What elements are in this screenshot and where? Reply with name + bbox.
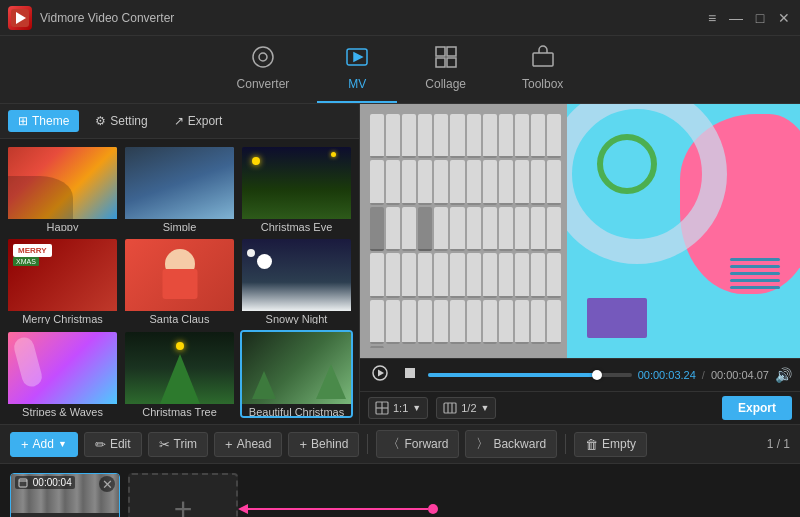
theme-simple-label: Simple [125, 219, 234, 233]
add-clip-button[interactable]: + [128, 473, 238, 517]
theme-santa-claus-thumb [125, 239, 234, 311]
toolbar-separator [367, 434, 368, 454]
svg-rect-8 [436, 58, 445, 67]
backward-icon: 〉 [476, 435, 489, 453]
add-button[interactable]: + Add ▼ [10, 432, 78, 457]
svg-rect-17 [444, 403, 456, 413]
svg-point-2 [253, 47, 273, 67]
progress-bar[interactable] [428, 373, 632, 377]
toolbar: + Add ▼ ✏ Edit ✂ Trim + Ahead + Behind 〈… [0, 424, 800, 464]
stop-button[interactable] [398, 363, 422, 387]
theme-merry-christmas-label: Merry Christmas [8, 311, 117, 325]
theme-merry-christmas[interactable]: MERRY XMAS Merry Christmas [6, 237, 119, 325]
edit-icon: ✏ [95, 437, 106, 452]
export-button[interactable]: Export [722, 396, 792, 420]
theme-christmas-eve-thumb [242, 147, 351, 219]
theme-stripes-waves-label: Stripes & Waves [8, 404, 117, 418]
behind-button[interactable]: + Behind [288, 432, 359, 457]
theme-christmas-tree-label: Christmas Tree [125, 404, 234, 418]
svg-marker-5 [354, 53, 362, 61]
theme-happy-label: Happy [8, 219, 117, 233]
tab-collage[interactable]: Collage [397, 37, 494, 103]
forward-button[interactable]: 〈 Forward [376, 430, 459, 458]
preview-keyboard-side [360, 104, 571, 358]
svg-rect-10 [533, 53, 553, 66]
time-separator: / [702, 369, 705, 381]
add-icon: + [21, 437, 29, 452]
left-panel: ⊞ Theme ⚙ Setting ↗ Export Happy [0, 104, 360, 424]
controls-bar: 00:00:03.24 / 00:00:04.07 🔊 [360, 358, 800, 391]
forward-icon: 〈 [387, 435, 400, 453]
aspect-ratio-select[interactable]: 1:1 ▼ [368, 397, 428, 419]
minimize-button[interactable]: — [728, 10, 744, 26]
theme-christmas-eve[interactable]: Christmas Eve [240, 145, 353, 233]
tab-toolbox[interactable]: Toolbox [494, 37, 591, 103]
timeline: 00:00:04 ✕ ▶ 🔊 ✂ ⚙ + [0, 464, 800, 517]
theme-christmas-tree[interactable]: Christmas Tree [123, 330, 236, 418]
resolution-select[interactable]: 1/2 ▼ [436, 397, 496, 419]
tab-collage-label: Collage [425, 77, 466, 91]
clip-close-button[interactable]: ✕ [99, 476, 115, 492]
page-count: 1 / 1 [767, 437, 790, 451]
tab-mv[interactable]: MV [317, 37, 397, 103]
empty-label: Empty [602, 437, 636, 451]
app-title: Vidmore Video Converter [40, 11, 704, 25]
ahead-icon: + [225, 437, 233, 452]
tab-converter-label: Converter [237, 77, 290, 91]
theme-grid: Happy Simple Christmas Eve [0, 139, 359, 424]
maximize-button[interactable]: □ [752, 10, 768, 26]
theme-stripes-waves-thumb [8, 332, 117, 404]
preview-area [360, 104, 800, 358]
volume-icon[interactable]: 🔊 [775, 367, 792, 383]
resolution-icon [443, 401, 457, 415]
svg-marker-12 [378, 370, 384, 377]
aspect-ratio-icon [375, 401, 389, 415]
theme-stripes-waves[interactable]: Stripes & Waves [6, 330, 119, 418]
clip-time-value: 00:00:04 [33, 477, 72, 488]
time-display: 00:00:03.24 [638, 369, 696, 381]
theme-santa-claus[interactable]: Santa Claus [123, 237, 236, 325]
timeline-clip-1[interactable]: 00:00:04 ✕ ▶ 🔊 ✂ ⚙ [10, 473, 120, 517]
aspect-ratio-value: 1:1 [393, 402, 408, 414]
close-button[interactable]: ✕ [776, 10, 792, 26]
theme-snowy-night[interactable]: Snowy Night [240, 237, 353, 325]
app-logo [8, 6, 32, 30]
preview-colorful-side [567, 104, 800, 358]
ahead-button[interactable]: + Ahead [214, 432, 282, 457]
time-total: 00:00:04.07 [711, 369, 769, 381]
theme-beautiful-christmas-label: Beautiful Christmas [242, 404, 351, 418]
converter-icon [251, 45, 275, 75]
svg-rect-20 [19, 479, 27, 487]
tab-converter[interactable]: Converter [209, 37, 318, 103]
tab-toolbox-label: Toolbox [522, 77, 563, 91]
pink-arrow-svg [238, 499, 438, 517]
theme-happy[interactable]: Happy [6, 145, 119, 233]
svg-marker-23 [238, 504, 248, 514]
add-dropdown-icon: ▼ [58, 439, 67, 449]
play-button[interactable] [368, 363, 392, 387]
menu-button[interactable]: ≡ [704, 10, 720, 26]
toolbar-separator-2 [565, 434, 566, 454]
export-icon: ↗ [174, 114, 184, 128]
clip-time: 00:00:04 [15, 476, 75, 489]
behind-icon: + [299, 437, 307, 452]
sub-tab-setting[interactable]: ⚙ Setting [85, 110, 157, 132]
sub-tab-theme[interactable]: ⊞ Theme [8, 110, 79, 132]
backward-button[interactable]: 〉 Backward [465, 430, 557, 458]
theme-santa-claus-label: Santa Claus [125, 311, 234, 325]
svg-rect-13 [405, 368, 415, 378]
window-controls: ≡ — □ ✕ [704, 10, 792, 26]
theme-grid-icon: ⊞ [18, 114, 28, 128]
trim-button[interactable]: ✂ Trim [148, 432, 209, 457]
edit-button[interactable]: ✏ Edit [84, 432, 142, 457]
right-panel: 00:00:03.24 / 00:00:04.07 🔊 1:1 ▼ [360, 104, 800, 424]
sub-tab-export[interactable]: ↗ Export [164, 110, 233, 132]
setting-icon: ⚙ [95, 114, 106, 128]
progress-handle[interactable] [592, 370, 602, 380]
empty-button[interactable]: 🗑 Empty [574, 432, 647, 457]
theme-simple[interactable]: Simple [123, 145, 236, 233]
svg-point-24 [428, 504, 438, 514]
theme-beautiful-christmas[interactable]: Beautiful Christmas [240, 330, 353, 418]
theme-snowy-night-thumb [242, 239, 351, 311]
forward-label: Forward [404, 437, 448, 451]
